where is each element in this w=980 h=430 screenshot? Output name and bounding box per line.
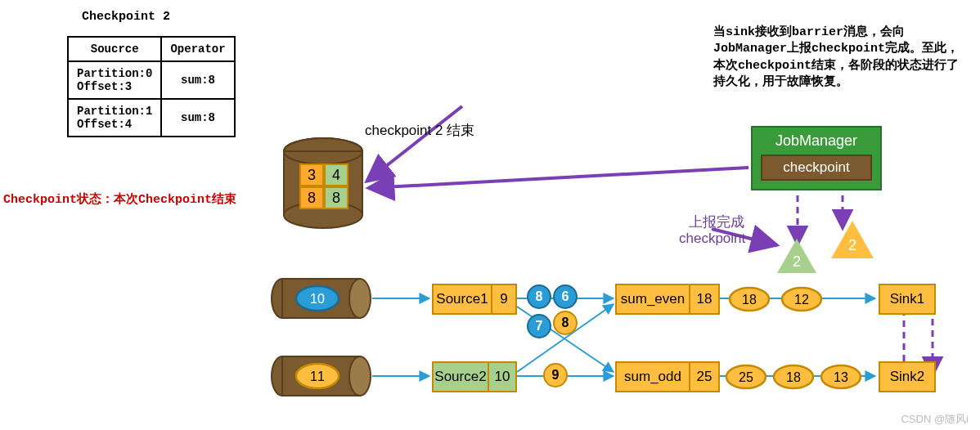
stream-ovals: 18 12 25 18 13 bbox=[0, 0, 980, 430]
watermark: CSDN @随风i bbox=[901, 412, 969, 427]
svg-text:13: 13 bbox=[834, 370, 848, 384]
svg-text:12: 12 bbox=[794, 293, 809, 307]
svg-text:18: 18 bbox=[786, 370, 801, 384]
svg-text:25: 25 bbox=[739, 370, 753, 384]
svg-text:18: 18 bbox=[742, 293, 757, 307]
